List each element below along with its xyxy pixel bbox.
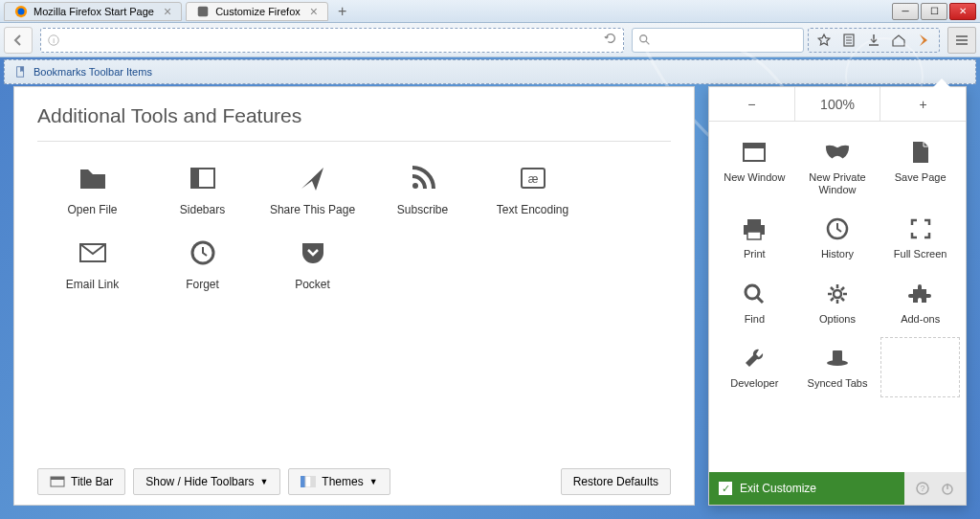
menu-item-wrench[interactable]: Developer bbox=[713, 335, 796, 399]
menu-item-page[interactable]: Save Page bbox=[879, 129, 962, 206]
svg-rect-24 bbox=[747, 219, 761, 225]
tab-label: Mozilla Firefox Start Page bbox=[33, 6, 154, 17]
menu-item-window[interactable]: New Window bbox=[713, 129, 796, 206]
firefox-icon bbox=[14, 5, 28, 18]
puzzle-icon bbox=[907, 281, 934, 307]
svg-rect-21 bbox=[311, 476, 316, 487]
back-button[interactable] bbox=[4, 27, 33, 54]
menu-item-fullscreen[interactable]: Full Screen bbox=[879, 206, 962, 270]
tool-item-pocket[interactable]: Pocket bbox=[257, 232, 368, 297]
menu-item-print[interactable]: Print bbox=[713, 206, 796, 270]
bookmarks-icon bbox=[14, 65, 28, 79]
tool-label: Pocket bbox=[295, 278, 330, 291]
sidebar-icon bbox=[188, 163, 218, 193]
menu-label: Full Screen bbox=[894, 248, 947, 260]
svg-rect-11 bbox=[191, 169, 199, 188]
rss-icon bbox=[408, 163, 438, 193]
folder-icon bbox=[78, 163, 108, 193]
menu-footer: ✓ Exit Customize ? bbox=[709, 472, 966, 505]
page-icon bbox=[907, 139, 934, 166]
tools-grid: Open FileSidebarsShare This PageSubscrib… bbox=[37, 157, 671, 297]
tool-item-encoding[interactable]: æText Encoding bbox=[478, 157, 588, 222]
menu-label: Options bbox=[819, 313, 856, 326]
menu-grid: New WindowNew Private WindowSave PagePri… bbox=[709, 122, 966, 407]
bottom-bar: Title Bar Show / Hide Toolbars ▼ Themes … bbox=[37, 459, 671, 495]
menu-item-empty bbox=[880, 337, 960, 397]
menu-label: Synced Tabs bbox=[808, 377, 868, 390]
tool-label: Text Encoding bbox=[497, 203, 568, 216]
print-icon bbox=[741, 215, 768, 242]
themes-button[interactable]: Themes ▼ bbox=[288, 468, 390, 495]
menu-label: New Window bbox=[724, 171, 785, 184]
tool-label: Email Link bbox=[66, 278, 119, 291]
tool-label: Forget bbox=[186, 278, 219, 291]
svg-point-28 bbox=[746, 285, 759, 299]
tool-label: Subscribe bbox=[397, 203, 448, 216]
info-icon: i bbox=[47, 34, 60, 47]
power-icon[interactable] bbox=[937, 478, 958, 499]
svg-rect-4 bbox=[198, 6, 209, 16]
show-hide-toolbars-button[interactable]: Show / Hide Toolbars ▼ bbox=[133, 468, 280, 495]
menu-label: Find bbox=[745, 313, 765, 326]
svg-point-12 bbox=[412, 183, 418, 189]
chevron-down-icon: ▼ bbox=[369, 477, 378, 486]
menu-item-clock[interactable]: History bbox=[796, 206, 880, 270]
svg-point-29 bbox=[834, 290, 841, 298]
title-bar-button[interactable]: Title Bar bbox=[37, 468, 125, 495]
menu-label: Developer bbox=[730, 377, 778, 390]
window-icon bbox=[741, 139, 768, 166]
menu-item-mask[interactable]: New Private Window bbox=[796, 129, 880, 206]
svg-rect-23 bbox=[744, 144, 765, 148]
tab-label: Customize Firefox bbox=[215, 6, 301, 17]
restore-defaults-button[interactable]: Restore Defaults bbox=[561, 468, 671, 495]
hat-icon bbox=[824, 345, 851, 372]
close-icon[interactable]: × bbox=[164, 4, 171, 19]
svg-rect-19 bbox=[301, 476, 305, 487]
share-icon bbox=[298, 163, 328, 193]
svg-text:i: i bbox=[53, 35, 55, 44]
svg-text:æ: æ bbox=[527, 172, 538, 186]
url-bar[interactable]: i bbox=[40, 28, 624, 53]
exit-customize-button[interactable]: Exit Customize bbox=[740, 482, 816, 495]
menu-item-magnify[interactable]: Find bbox=[713, 271, 796, 335]
pocket-icon bbox=[298, 237, 328, 268]
zoom-out-button[interactable]: − bbox=[709, 87, 795, 121]
encoding-icon: æ bbox=[518, 163, 548, 193]
panel-title: Additional Tools and Features bbox=[37, 104, 671, 142]
mask-icon bbox=[824, 139, 851, 166]
tool-label: Open File bbox=[67, 203, 117, 216]
menu-item-gear[interactable]: Options bbox=[796, 271, 880, 335]
zoom-in-button[interactable]: + bbox=[880, 87, 966, 121]
zoom-controls: − 100% + bbox=[709, 87, 966, 122]
svg-rect-18 bbox=[51, 477, 64, 480]
tool-item-mail[interactable]: Email Link bbox=[37, 232, 147, 297]
tab-customize[interactable]: Customize Firefox × bbox=[186, 2, 328, 21]
close-icon[interactable]: × bbox=[310, 4, 318, 19]
svg-point-31 bbox=[827, 360, 848, 366]
svg-point-3 bbox=[18, 8, 25, 14]
menu-panel: − 100% + New WindowNew Private WindowSav… bbox=[708, 86, 967, 506]
svg-rect-26 bbox=[747, 232, 761, 239]
fullscreen-icon bbox=[907, 215, 934, 242]
zoom-level[interactable]: 100% bbox=[795, 87, 881, 121]
checkbox-icon: ✓ bbox=[719, 482, 732, 495]
forget-icon bbox=[188, 237, 218, 268]
tool-item-forget[interactable]: Forget bbox=[147, 232, 257, 297]
svg-text:?: ? bbox=[920, 484, 924, 493]
customize-panel: Additional Tools and Features Open FileS… bbox=[13, 86, 695, 506]
menu-item-hat[interactable]: Synced Tabs bbox=[796, 335, 880, 399]
menu-label: New Private Window bbox=[800, 171, 876, 196]
menu-item-puzzle[interactable]: Add-ons bbox=[879, 271, 962, 335]
tool-label: Share This Page bbox=[270, 203, 355, 216]
tool-item-rss[interactable]: Subscribe bbox=[368, 157, 478, 222]
help-icon[interactable]: ? bbox=[912, 478, 933, 499]
tool-label: Sidebars bbox=[180, 203, 225, 216]
tool-item-sidebar[interactable]: Sidebars bbox=[147, 157, 257, 222]
svg-rect-20 bbox=[305, 476, 311, 487]
tool-item-folder[interactable]: Open File bbox=[37, 157, 147, 222]
tab-start-page[interactable]: Mozilla Firefox Start Page × bbox=[4, 2, 182, 21]
new-tab-button[interactable]: + bbox=[332, 3, 352, 20]
magnify-icon bbox=[741, 281, 768, 307]
clock-icon bbox=[824, 215, 851, 242]
tool-item-share[interactable]: Share This Page bbox=[257, 157, 368, 222]
